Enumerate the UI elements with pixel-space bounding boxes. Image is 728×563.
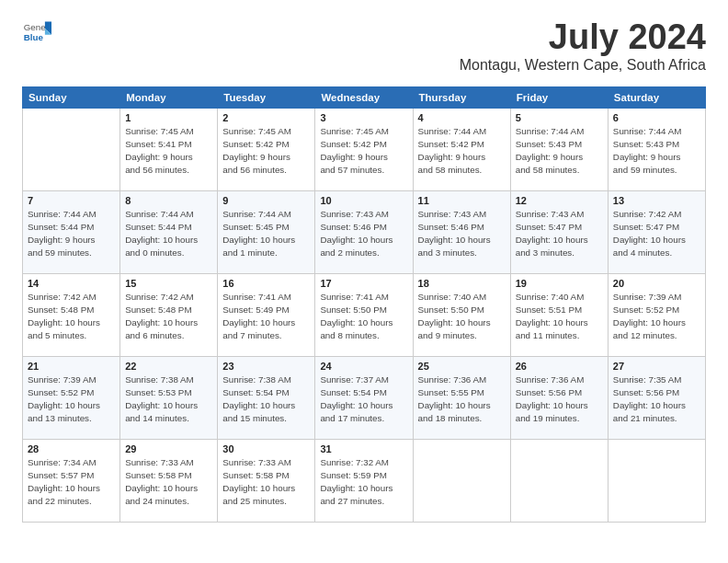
col-sunday: Sunday bbox=[23, 86, 120, 108]
calendar-cell: 4Sunrise: 7:44 AMSunset: 5:42 PMDaylight… bbox=[413, 108, 510, 190]
calendar-cell: 19Sunrise: 7:40 AMSunset: 5:51 PMDayligh… bbox=[510, 273, 608, 356]
calendar-cell: 13Sunrise: 7:42 AMSunset: 5:47 PMDayligh… bbox=[608, 190, 705, 273]
calendar-cell: 7Sunrise: 7:44 AMSunset: 5:44 PMDaylight… bbox=[23, 190, 120, 273]
header: General Blue July 2024 Montagu, Western … bbox=[22, 18, 706, 83]
calendar-cell: 15Sunrise: 7:42 AMSunset: 5:48 PMDayligh… bbox=[120, 273, 218, 356]
header-row: Sunday Monday Tuesday Wednesday Thursday… bbox=[23, 86, 706, 108]
calendar-cell: 29Sunrise: 7:33 AMSunset: 5:58 PMDayligh… bbox=[120, 439, 218, 522]
day-info: Sunrise: 7:44 AMSunset: 5:44 PMDaylight:… bbox=[125, 208, 212, 260]
day-info: Sunrise: 7:40 AMSunset: 5:51 PMDaylight:… bbox=[516, 291, 603, 343]
day-number: 9 bbox=[222, 195, 310, 206]
day-number: 12 bbox=[516, 195, 603, 206]
day-info: Sunrise: 7:43 AMSunset: 5:47 PMDaylight:… bbox=[516, 208, 603, 260]
calendar-cell: 3Sunrise: 7:45 AMSunset: 5:42 PMDaylight… bbox=[315, 108, 413, 190]
day-number: 30 bbox=[222, 443, 310, 454]
calendar-cell: 10Sunrise: 7:43 AMSunset: 5:46 PMDayligh… bbox=[315, 190, 413, 273]
col-monday: Monday bbox=[120, 86, 218, 108]
day-number: 20 bbox=[613, 278, 700, 289]
day-number: 15 bbox=[125, 278, 212, 289]
calendar-cell bbox=[608, 439, 705, 522]
day-number: 31 bbox=[320, 443, 407, 454]
calendar-week-0: 1Sunrise: 7:45 AMSunset: 5:41 PMDaylight… bbox=[23, 108, 706, 190]
calendar-cell: 9Sunrise: 7:44 AMSunset: 5:45 PMDaylight… bbox=[218, 190, 315, 273]
day-number: 28 bbox=[28, 443, 115, 454]
calendar-cell: 21Sunrise: 7:39 AMSunset: 5:52 PMDayligh… bbox=[23, 356, 120, 439]
day-info: Sunrise: 7:42 AMSunset: 5:48 PMDaylight:… bbox=[28, 291, 115, 343]
day-number: 29 bbox=[125, 443, 212, 454]
day-info: Sunrise: 7:44 AMSunset: 5:42 PMDaylight:… bbox=[418, 125, 506, 178]
calendar-cell: 23Sunrise: 7:38 AMSunset: 5:54 PMDayligh… bbox=[218, 356, 315, 439]
day-info: Sunrise: 7:33 AMSunset: 5:58 PMDaylight:… bbox=[125, 456, 212, 509]
calendar-body: 1Sunrise: 7:45 AMSunset: 5:41 PMDaylight… bbox=[23, 108, 706, 522]
day-number: 6 bbox=[613, 112, 700, 123]
col-friday: Friday bbox=[510, 86, 608, 108]
day-number: 10 bbox=[320, 195, 407, 206]
calendar-cell: 16Sunrise: 7:41 AMSunset: 5:49 PMDayligh… bbox=[218, 273, 315, 356]
day-info: Sunrise: 7:37 AMSunset: 5:54 PMDaylight:… bbox=[320, 373, 407, 426]
calendar-week-3: 21Sunrise: 7:39 AMSunset: 5:52 PMDayligh… bbox=[23, 356, 706, 439]
calendar-cell bbox=[413, 439, 510, 522]
day-number: 13 bbox=[613, 195, 700, 206]
subtitle: Montagu, Western Cape, South Africa bbox=[460, 57, 706, 74]
day-info: Sunrise: 7:45 AMSunset: 5:42 PMDaylight:… bbox=[222, 125, 310, 178]
day-info: Sunrise: 7:41 AMSunset: 5:50 PMDaylight:… bbox=[320, 291, 407, 343]
day-number: 4 bbox=[418, 112, 506, 123]
day-number: 22 bbox=[125, 361, 212, 372]
title-block: July 2024 Montagu, Western Cape, South A… bbox=[460, 18, 706, 83]
day-info: Sunrise: 7:44 AMSunset: 5:43 PMDaylight:… bbox=[516, 125, 603, 178]
calendar-cell: 6Sunrise: 7:44 AMSunset: 5:43 PMDaylight… bbox=[608, 108, 705, 190]
svg-text:Blue: Blue bbox=[24, 32, 44, 42]
day-number: 25 bbox=[418, 361, 506, 372]
page-container: General Blue July 2024 Montagu, Western … bbox=[22, 18, 706, 523]
day-info: Sunrise: 7:34 AMSunset: 5:57 PMDaylight:… bbox=[28, 456, 115, 509]
calendar-week-4: 28Sunrise: 7:34 AMSunset: 5:57 PMDayligh… bbox=[23, 439, 706, 522]
day-number: 5 bbox=[516, 112, 603, 123]
calendar-cell: 12Sunrise: 7:43 AMSunset: 5:47 PMDayligh… bbox=[510, 190, 608, 273]
calendar-cell: 26Sunrise: 7:36 AMSunset: 5:56 PMDayligh… bbox=[510, 356, 608, 439]
day-number: 24 bbox=[320, 361, 407, 372]
day-number: 7 bbox=[28, 195, 115, 206]
day-number: 18 bbox=[418, 278, 506, 289]
day-number: 26 bbox=[516, 361, 603, 372]
day-info: Sunrise: 7:38 AMSunset: 5:54 PMDaylight:… bbox=[222, 373, 310, 426]
calendar-cell: 1Sunrise: 7:45 AMSunset: 5:41 PMDaylight… bbox=[120, 108, 218, 190]
calendar-cell: 22Sunrise: 7:38 AMSunset: 5:53 PMDayligh… bbox=[120, 356, 218, 439]
calendar-cell: 17Sunrise: 7:41 AMSunset: 5:50 PMDayligh… bbox=[315, 273, 413, 356]
calendar-cell: 31Sunrise: 7:32 AMSunset: 5:59 PMDayligh… bbox=[315, 439, 413, 522]
day-info: Sunrise: 7:44 AMSunset: 5:43 PMDaylight:… bbox=[613, 125, 700, 178]
day-info: Sunrise: 7:45 AMSunset: 5:41 PMDaylight:… bbox=[125, 125, 212, 178]
calendar-cell: 11Sunrise: 7:43 AMSunset: 5:46 PMDayligh… bbox=[413, 190, 510, 273]
logo: General Blue bbox=[22, 18, 51, 48]
col-tuesday: Tuesday bbox=[218, 86, 315, 108]
calendar-cell: 14Sunrise: 7:42 AMSunset: 5:48 PMDayligh… bbox=[23, 273, 120, 356]
day-info: Sunrise: 7:35 AMSunset: 5:56 PMDaylight:… bbox=[613, 373, 700, 426]
calendar-cell: 24Sunrise: 7:37 AMSunset: 5:54 PMDayligh… bbox=[315, 356, 413, 439]
logo-icon: General Blue bbox=[22, 18, 51, 48]
day-number: 11 bbox=[418, 195, 506, 206]
day-info: Sunrise: 7:44 AMSunset: 5:45 PMDaylight:… bbox=[222, 208, 310, 260]
calendar-cell: 18Sunrise: 7:40 AMSunset: 5:50 PMDayligh… bbox=[413, 273, 510, 356]
calendar-cell: 30Sunrise: 7:33 AMSunset: 5:58 PMDayligh… bbox=[218, 439, 315, 522]
day-info: Sunrise: 7:43 AMSunset: 5:46 PMDaylight:… bbox=[418, 208, 506, 260]
calendar-cell: 8Sunrise: 7:44 AMSunset: 5:44 PMDaylight… bbox=[120, 190, 218, 273]
calendar-week-2: 14Sunrise: 7:42 AMSunset: 5:48 PMDayligh… bbox=[23, 273, 706, 356]
month-title: July 2024 bbox=[460, 18, 706, 57]
day-number: 27 bbox=[613, 361, 700, 372]
calendar-cell: 27Sunrise: 7:35 AMSunset: 5:56 PMDayligh… bbox=[608, 356, 705, 439]
day-info: Sunrise: 7:44 AMSunset: 5:44 PMDaylight:… bbox=[28, 208, 115, 260]
calendar-cell bbox=[510, 439, 608, 522]
calendar-cell: 25Sunrise: 7:36 AMSunset: 5:55 PMDayligh… bbox=[413, 356, 510, 439]
calendar-cell: 2Sunrise: 7:45 AMSunset: 5:42 PMDaylight… bbox=[218, 108, 315, 190]
day-info: Sunrise: 7:42 AMSunset: 5:47 PMDaylight:… bbox=[613, 208, 700, 260]
day-number: 16 bbox=[222, 278, 310, 289]
day-info: Sunrise: 7:36 AMSunset: 5:55 PMDaylight:… bbox=[418, 373, 506, 426]
day-number: 17 bbox=[320, 278, 407, 289]
calendar-cell: 20Sunrise: 7:39 AMSunset: 5:52 PMDayligh… bbox=[608, 273, 705, 356]
day-info: Sunrise: 7:32 AMSunset: 5:59 PMDaylight:… bbox=[320, 456, 407, 509]
day-number: 21 bbox=[28, 361, 115, 372]
day-info: Sunrise: 7:33 AMSunset: 5:58 PMDaylight:… bbox=[222, 456, 310, 509]
day-info: Sunrise: 7:39 AMSunset: 5:52 PMDaylight:… bbox=[28, 373, 115, 426]
day-info: Sunrise: 7:41 AMSunset: 5:49 PMDaylight:… bbox=[222, 291, 310, 343]
day-number: 23 bbox=[222, 361, 310, 372]
day-info: Sunrise: 7:43 AMSunset: 5:46 PMDaylight:… bbox=[320, 208, 407, 260]
